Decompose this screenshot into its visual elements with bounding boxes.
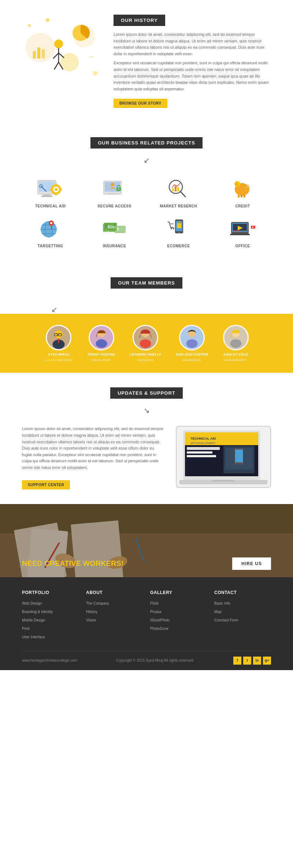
member-name-1: SYED MIRAJ: [48, 353, 69, 356]
member-role-5: MANAGEMENT: [225, 358, 246, 362]
list-item: Map: [214, 608, 271, 615]
svg-text:100: 100: [105, 230, 110, 232]
projects-arrow-decoration: ↙: [144, 156, 150, 165]
history-section: → OUR HISTORY Lorem ipsum dolor sit amet…: [0, 0, 293, 123]
svg-rect-6: [42, 49, 45, 59]
team-member-2: PENNY HUSTON DEVELOPER: [88, 325, 115, 362]
support-arrow-decoration: ↘: [144, 406, 150, 415]
team-member-5: ASHLEY COLE MANAGEMENT: [223, 325, 249, 362]
svg-line-11: [54, 62, 59, 69]
footer-contact-links: Basic Info Map Conctact Form: [214, 600, 271, 623]
svg-point-16: [46, 18, 49, 22]
list-item: User Interface: [22, 633, 79, 640]
member-avatar-3: [133, 325, 158, 350]
list-item: History: [86, 608, 143, 615]
team-section: OUR TEAM MEMBERS ↙: [0, 263, 293, 314]
footer-link[interactable]: Mobile Design: [22, 618, 45, 622]
svg-point-96: [96, 339, 107, 348]
project-office: OFFICE: [214, 215, 271, 248]
support-mockup: TECHNICAL AID APP DEVELOPMENT: [176, 426, 271, 488]
footer-link[interactable]: Picasa: [150, 610, 161, 614]
svg-rect-24: [55, 183, 57, 185]
history-svg: →: [22, 15, 103, 80]
footer-link[interactable]: Flickr: [150, 601, 159, 605]
credit-label: CREDIT: [235, 204, 250, 208]
footer-col-contact: CONTACT Basic Info Map Conctact Form: [214, 590, 271, 642]
member-name-4: SHELDON COPPER: [176, 353, 208, 356]
footer-copyright: Copyright © 2015 Syed Miraj All rights r…: [77, 658, 233, 662]
footer-link[interactable]: User Interface: [22, 635, 45, 639]
secure-access-icon: [98, 176, 131, 201]
project-secure-access: SECURE ACCESS: [86, 176, 143, 208]
svg-rect-82: [233, 230, 240, 231]
team-member-4: SHELDON COPPER MARKETING: [176, 325, 208, 362]
footer-columns: PORTFOLIO Web Design Branding & Identity…: [22, 590, 271, 642]
member-role-4: MARKETING: [183, 358, 201, 362]
footer-link[interactable]: Map: [214, 610, 221, 614]
targetting-icon: [34, 215, 67, 241]
svg-rect-72: [177, 223, 181, 228]
footer-link[interactable]: PhotoDune: [150, 627, 168, 631]
footer-link[interactable]: Print: [22, 627, 30, 631]
svg-rect-83: [230, 234, 250, 235]
footer-link[interactable]: History: [86, 610, 97, 614]
member-name-5: ASHLEY COLE: [223, 353, 248, 356]
project-targetting: TARGETTING: [22, 215, 79, 248]
projects-title: OUR BUSINESS RELATED PROJECTS: [90, 137, 203, 149]
footer-bottom: www.heritagechristiancollege.com Copyrig…: [22, 651, 271, 665]
history-para-2: Excepteur sint occaecat cupidatat non pr…: [114, 60, 271, 92]
list-item: Branding & Identity: [22, 608, 79, 615]
list-item: Print: [22, 625, 79, 631]
svg-rect-5: [37, 48, 40, 59]
footer-portfolio-links: Web Design Branding & Identity Mobile De…: [22, 600, 79, 640]
footer-link[interactable]: iStockPhoto: [150, 618, 170, 622]
svg-point-52: [245, 188, 246, 189]
footer-about-heading: ABOUT: [86, 590, 143, 595]
footer-gallery-links: Flickr Picasa iStockPhoto PhotoDune: [150, 600, 207, 631]
svg-point-2: [60, 53, 79, 71]
footer-link[interactable]: Branding & Identity: [22, 610, 53, 614]
footer-link[interactable]: The Company: [86, 601, 109, 605]
svg-rect-117: [235, 450, 243, 462]
svg-point-32: [111, 183, 114, 187]
footer-link[interactable]: Web Design: [22, 601, 42, 605]
svg-rect-48: [238, 195, 240, 198]
member-avatar-2: [89, 325, 114, 350]
footer-col-about: ABOUT The Company History Vision: [86, 590, 143, 642]
social-twitter-icon[interactable]: t: [243, 657, 251, 665]
svg-text:$: $: [117, 227, 119, 231]
svg-point-75: [171, 228, 172, 229]
svg-rect-49: [241, 195, 242, 198]
svg-text:TECHNICAL AID: TECHNICAL AID: [190, 437, 216, 440]
svg-point-7: [54, 40, 63, 48]
hire-us-button[interactable]: HIRE US: [232, 557, 271, 570]
ecommerce-label: ECOMERCE: [167, 244, 190, 248]
social-linkedin-icon[interactable]: in: [253, 657, 261, 665]
list-item: The Company: [86, 600, 143, 606]
footer-url: www.heritagechristiancollege.com: [22, 658, 77, 662]
list-item: Basic Info: [214, 600, 271, 606]
list-item: Conctact Form: [214, 616, 271, 623]
support-center-button[interactable]: SUPPORT CENTER: [22, 480, 70, 489]
svg-point-23: [55, 188, 58, 191]
creative-content: NEED CREATIVE WORKERS! HIRE US: [22, 557, 271, 570]
svg-text:APP DEVELOPMENT: APP DEVELOPMENT: [190, 442, 216, 444]
footer-link[interactable]: Conctact Form: [214, 618, 238, 622]
svg-rect-19: [43, 194, 51, 196]
svg-rect-93: [58, 339, 59, 340]
footer-link[interactable]: Vision: [86, 618, 96, 622]
social-facebook-icon[interactable]: f: [233, 657, 241, 665]
svg-rect-111: [187, 447, 220, 450]
team-header: OUR TEAM MEMBERS: [22, 277, 271, 294]
footer-gallery-heading: GALLERY: [150, 590, 207, 595]
browse-story-button[interactable]: BROWSE OUR STORY: [114, 99, 167, 108]
footer-link[interactable]: Basic Info: [214, 601, 230, 605]
svg-line-9: [53, 53, 59, 59]
creative-title: NEED CREATIVE WORKERS!: [22, 559, 123, 568]
social-googleplus-icon[interactable]: g+: [263, 657, 271, 665]
history-content: OUR HISTORY Lorem ipsum dolor sit amet, …: [114, 15, 271, 108]
list-item: iStockPhoto: [150, 616, 207, 623]
svg-point-14: [28, 24, 31, 27]
laptop-svg: TECHNICAL AID APP DEVELOPMENT: [178, 427, 269, 487]
project-market-research: MARKET RESERCH: [150, 176, 207, 208]
